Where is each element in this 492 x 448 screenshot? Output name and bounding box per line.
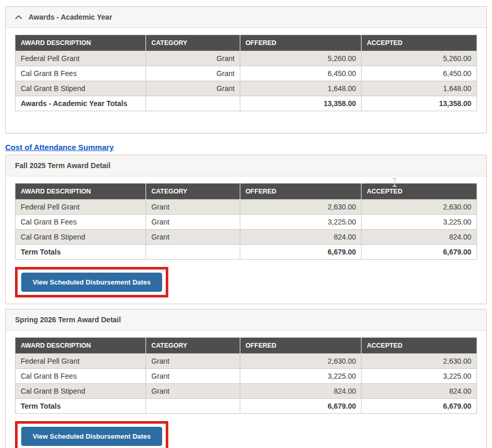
cell-offered: 1,648.00 <box>240 81 361 96</box>
view-scheduled-disbursement-dates-button[interactable]: View Scheduled Disbursement Dates <box>21 273 162 292</box>
cell-category: Grant <box>146 384 240 399</box>
col-accepted: ACCEPTED <box>361 184 477 200</box>
col-category: CATEGORY <box>146 338 240 354</box>
view-scheduled-disbursement-dates-button[interactable]: View Scheduled Disbursement Dates <box>21 427 162 446</box>
fall-button-area: View Scheduled Disbursement Dates <box>15 267 477 297</box>
cell-totals-accepted: 6,679.00 <box>361 245 477 260</box>
awards-academic-year-table: AWARD DESCRIPTION CATEGORY OFFERED ACCEP… <box>15 35 477 111</box>
totals-row: Term Totals 6,679.00 6,679.00 <box>16 399 477 414</box>
cell-offered: 6,450.00 <box>240 66 361 81</box>
cell-accepted: 6,450.00 <box>361 66 477 81</box>
cell-category-empty <box>146 96 240 111</box>
col-offered: OFFERED <box>240 184 361 200</box>
cell-category: Grant <box>146 200 240 215</box>
spring-2026-term-header: Spring 2026 Term Award Detail <box>6 309 486 331</box>
cell-totals-offered: 6,679.00 <box>240 245 361 260</box>
cell-accepted: 5,260.00 <box>361 51 477 66</box>
table-row: Cal Grant B Stipend Grant 1,648.00 1,648… <box>16 81 477 96</box>
spring-2026-term-panel: Spring 2026 Term Award Detail AWARD DESC… <box>5 309 487 448</box>
table-row: Federal Pell Grant Grant 2,630.00 2,630.… <box>16 200 477 215</box>
table-row: Federal Pell Grant Grant 2,630.00 2,630.… <box>16 354 477 369</box>
cell-accepted: 824.00 <box>361 384 477 399</box>
cell-category: Grant <box>146 51 240 66</box>
spring-2026-term-table: AWARD DESCRIPTION CATEGORY OFFERED ACCEP… <box>15 337 477 414</box>
cell-category-empty <box>146 245 240 260</box>
cell-award-description: Cal Grant B Stipend <box>16 81 146 96</box>
totals-row: Term Totals 6,679.00 6,679.00 <box>16 245 477 260</box>
col-award-description: AWARD DESCRIPTION <box>16 184 146 200</box>
cell-accepted: 3,225.00 <box>361 215 477 230</box>
cell-totals-accepted: 6,679.00 <box>361 399 477 414</box>
cell-totals-offered: 6,679.00 <box>240 399 361 414</box>
red-highlight-box: View Scheduled Disbursement Dates <box>15 267 168 297</box>
awards-academic-year-accordion-header[interactable]: Awards - Academic Year <box>6 7 486 28</box>
panel-title: Fall 2025 Term Award Detail <box>15 161 110 170</box>
cell-totals-label: Awards - Academic Year Totals <box>16 96 146 111</box>
cost-of-attendance-summary-link[interactable]: Cost of Attendance Summary <box>5 143 113 152</box>
cell-totals-label: Term Totals <box>16 245 146 260</box>
cell-category-empty <box>146 399 240 414</box>
cell-offered: 2,630.00 <box>240 354 361 369</box>
cell-award-description: Federal Pell Grant <box>16 51 146 66</box>
panel-title: Awards - Academic Year <box>28 13 112 21</box>
cell-category: Grant <box>146 81 240 96</box>
cell-award-description: Cal Grant B Fees <box>16 215 146 230</box>
cell-offered: 3,225.00 <box>240 369 361 384</box>
table-header-row: AWARD DESCRIPTION CATEGORY OFFERED ACCEP… <box>16 35 477 51</box>
chevron-up-icon[interactable] <box>15 14 22 20</box>
awards-academic-year-panel: Awards - Academic Year AWARD DESCRIPTION… <box>5 6 487 133</box>
col-accepted: ACCEPTED <box>361 338 477 354</box>
table-row: Cal Grant B Fees Grant 3,225.00 3,225.00 <box>16 215 477 230</box>
cell-award-description: Cal Grant B Fees <box>16 369 146 384</box>
cell-award-description: Cal Grant B Fees <box>16 66 146 81</box>
cell-category: Grant <box>146 66 240 81</box>
cell-offered: 2,630.00 <box>240 200 361 215</box>
totals-row: Awards - Academic Year Totals 13,358.00 … <box>16 96 477 111</box>
cell-accepted: 824.00 <box>361 230 477 245</box>
table-row: Cal Grant B Fees Grant 3,225.00 3,225.00 <box>16 369 477 384</box>
col-award-description: AWARD DESCRIPTION <box>16 35 146 51</box>
cell-accepted: 2,630.00 <box>361 200 477 215</box>
col-category: CATEGORY <box>146 184 240 200</box>
table-row: Federal Pell Grant Grant 5,260.00 5,260.… <box>16 51 477 66</box>
cell-totals-offered: 13,358.00 <box>240 96 361 111</box>
cell-award-description: Federal Pell Grant <box>16 354 146 369</box>
table-header-row: AWARD DESCRIPTION CATEGORY OFFERED ACCEP… <box>16 338 477 354</box>
table-header-row: AWARD DESCRIPTION CATEGORY OFFERED ACCEP… <box>16 184 477 200</box>
cell-offered: 824.00 <box>240 384 361 399</box>
cell-award-description: Federal Pell Grant <box>16 200 146 215</box>
spring-term-panel-body: AWARD DESCRIPTION CATEGORY OFFERED ACCEP… <box>6 331 486 448</box>
table-row: Cal Grant B Stipend Grant 824.00 824.00 <box>16 384 477 399</box>
table-row: Cal Grant B Stipend Grant 824.00 824.00 <box>16 230 477 245</box>
cell-accepted: 2,630.00 <box>361 354 477 369</box>
fall-term-panel-body: AWARD DESCRIPTION CATEGORY OFFERED ACCEP… <box>6 176 486 304</box>
fall-2025-term-panel: Fall 2025 Term Award Detail AWARD DESCRI… <box>5 155 487 304</box>
cell-category: Grant <box>146 369 240 384</box>
red-highlight-box: View Scheduled Disbursement Dates <box>15 421 168 448</box>
col-category: CATEGORY <box>146 35 240 51</box>
cell-totals-accepted: 13,358.00 <box>361 96 477 111</box>
cell-award-description: Cal Grant B Stipend <box>16 384 146 399</box>
cell-offered: 5,260.00 <box>240 51 361 66</box>
cell-award-description: Cal Grant B Stipend <box>16 230 146 245</box>
col-accepted: ACCEPTED <box>361 35 477 51</box>
cell-category: Grant <box>146 354 240 369</box>
cell-offered: 3,225.00 <box>240 215 361 230</box>
spring-button-area: View Scheduled Disbursement Dates <box>15 421 477 448</box>
col-offered: OFFERED <box>240 338 361 354</box>
table-row: Cal Grant B Fees Grant 6,450.00 6,450.00 <box>16 66 477 81</box>
cell-accepted: 3,225.00 <box>361 369 477 384</box>
col-offered: OFFERED <box>240 35 361 51</box>
cell-accepted: 1,648.00 <box>361 81 477 96</box>
cell-offered: 824.00 <box>240 230 361 245</box>
col-award-description: AWARD DESCRIPTION <box>16 338 146 354</box>
cell-category: Grant <box>146 230 240 245</box>
page: Awards - Academic Year AWARD DESCRIPTION… <box>0 0 492 448</box>
cell-category: Grant <box>146 215 240 230</box>
fall-2025-term-header: Fall 2025 Term Award Detail <box>6 155 486 176</box>
awards-panel-body: AWARD DESCRIPTION CATEGORY OFFERED ACCEP… <box>6 28 486 133</box>
fall-2025-term-table: AWARD DESCRIPTION CATEGORY OFFERED ACCEP… <box>15 183 477 260</box>
cell-totals-label: Term Totals <box>16 399 146 414</box>
panel-title: Spring 2026 Term Award Detail <box>15 316 121 324</box>
